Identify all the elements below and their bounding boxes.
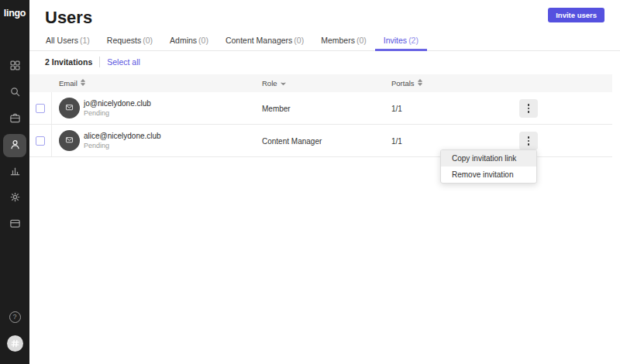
bar-chart-icon bbox=[9, 165, 21, 180]
tab-all-users[interactable]: All Users(1) bbox=[37, 33, 98, 51]
sidebar-item-analytics[interactable] bbox=[3, 160, 26, 184]
table-row: jo@nicelydone.club Pending Member 1/1 bbox=[29, 92, 612, 125]
tab-admins[interactable]: Admins(0) bbox=[161, 33, 217, 51]
sidebar-item-workspace[interactable] bbox=[3, 108, 26, 131]
portals-cell: 1/1 bbox=[391, 136, 402, 145]
portals-cell: 1/1 bbox=[391, 104, 402, 112]
envelope-icon bbox=[64, 101, 74, 115]
invite-avatar bbox=[59, 130, 80, 151]
role-cell: Member bbox=[262, 104, 291, 112]
role-cell: Content Manager bbox=[262, 136, 322, 145]
help-icon[interactable]: ? bbox=[9, 311, 21, 323]
app-window: lingo bbox=[0, 0, 620, 364]
table-body: jo@nicelydone.club Pending Member 1/1 bbox=[29, 92, 612, 157]
email-address: alice@nicelydone.club bbox=[84, 131, 161, 141]
row-actions-menu-button[interactable] bbox=[519, 132, 538, 150]
table-header: Email Role Portals bbox=[29, 74, 612, 92]
invite-users-button[interactable]: Invite users bbox=[548, 8, 604, 22]
credit-card-icon bbox=[9, 218, 21, 232]
sidebar-item-users[interactable] bbox=[3, 134, 26, 157]
column-divider bbox=[51, 125, 52, 156]
invitations-count: 2 Invitations bbox=[45, 57, 92, 67]
invitations-toolbar: 2 Invitations Select all bbox=[45, 56, 140, 68]
column-header-role[interactable]: Role bbox=[262, 74, 286, 92]
status-badge: Pending bbox=[84, 141, 161, 151]
sidebar-item-billing[interactable] bbox=[3, 213, 26, 236]
grid-icon bbox=[9, 60, 21, 74]
email-address: jo@nicelydone.club bbox=[84, 98, 151, 108]
sidebar-bottom: ? bbox=[0, 311, 29, 352]
email-cell: jo@nicelydone.club Pending bbox=[84, 98, 151, 118]
sidebar-item-search[interactable] bbox=[3, 81, 26, 105]
toolbar-divider bbox=[99, 57, 100, 67]
tab-content-managers[interactable]: Content Managers(0) bbox=[217, 33, 312, 51]
sort-updown-icon bbox=[418, 74, 422, 92]
avatar[interactable] bbox=[7, 335, 23, 352]
briefcase-icon bbox=[9, 112, 21, 127]
select-all-link[interactable]: Select all bbox=[107, 57, 140, 67]
sidebar-item-settings[interactable] bbox=[3, 187, 26, 210]
row-actions-menu-button[interactable] bbox=[519, 99, 538, 118]
tab-members[interactable]: Members(0) bbox=[312, 33, 375, 51]
chevron-down-icon bbox=[281, 74, 286, 92]
lingo-logo: lingo bbox=[0, 8, 29, 19]
row-checkbox[interactable] bbox=[36, 104, 45, 113]
tab-bar: All Users(1) Requests(0) Admins(0) Conte… bbox=[29, 33, 620, 51]
users-icon bbox=[9, 139, 21, 153]
sidebar: lingo bbox=[0, 0, 29, 364]
hash-icon bbox=[11, 337, 19, 351]
email-cell: alice@nicelydone.club Pending bbox=[84, 131, 161, 151]
status-badge: Pending bbox=[84, 108, 151, 118]
sort-updown-icon bbox=[81, 74, 85, 92]
envelope-icon bbox=[64, 134, 74, 148]
column-divider bbox=[51, 92, 52, 124]
row-actions-context-menu: Copy invitation link Remove invitation bbox=[440, 149, 537, 184]
sidebar-nav bbox=[0, 55, 29, 236]
tab-requests[interactable]: Requests(0) bbox=[98, 33, 161, 51]
invite-avatar bbox=[59, 98, 80, 118]
column-header-portals[interactable]: Portals bbox=[391, 74, 422, 92]
gear-icon bbox=[9, 191, 21, 206]
search-icon bbox=[9, 86, 21, 101]
page-title: Users bbox=[45, 8, 92, 28]
sidebar-item-dashboard[interactable] bbox=[3, 55, 26, 78]
column-header-email[interactable]: Email bbox=[59, 74, 85, 92]
tab-invites[interactable]: Invites(2) bbox=[375, 33, 427, 51]
menu-item-remove-invitation[interactable]: Remove invitation bbox=[441, 167, 536, 183]
menu-item-copy-invitation-link[interactable]: Copy invitation link bbox=[441, 150, 536, 167]
row-checkbox[interactable] bbox=[36, 136, 45, 146]
